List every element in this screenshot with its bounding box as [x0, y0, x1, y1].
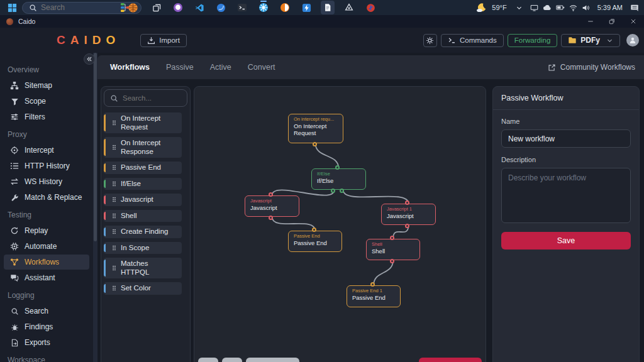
canvas-save-button[interactable]: Save	[419, 358, 482, 362]
red-app-icon[interactable]	[364, 1, 377, 14]
settings-button[interactable]	[423, 34, 437, 47]
node-passive-end[interactable]: Passive EndPassive End	[288, 231, 342, 252]
sidebar-scrollbar[interactable]	[93, 53, 97, 362]
palette-item-matches-httpql[interactable]: Matches HTTPQL	[104, 258, 182, 278]
sidebar-item-automate[interactable]: Automate	[4, 239, 89, 254]
project-selector[interactable]: PDFy	[561, 34, 620, 47]
node-handle-bottom[interactable]	[340, 189, 344, 193]
clock[interactable]: 5:39 AM	[597, 4, 623, 11]
palette-item-on-intercept-request[interactable]: On Intercept Request	[104, 112, 182, 133]
palette-item-shell[interactable]: Shell	[104, 210, 182, 222]
taskbar-search-input[interactable]	[41, 3, 97, 12]
tray-chevron-icon[interactable]	[516, 4, 523, 11]
palette-item-set-color[interactable]: Set Color	[104, 282, 182, 295]
sidebar-item-ws-history[interactable]: WS History	[4, 174, 89, 189]
palette-search-box[interactable]	[104, 89, 187, 107]
edge-e2[interactable]	[272, 190, 335, 195]
sidebar-item-http-history[interactable]: HTTP History	[4, 158, 89, 173]
zoom-in-button[interactable]	[222, 358, 242, 362]
temperature[interactable]: 59°F	[492, 4, 506, 11]
workflow-canvas[interactable]: On intercept requ...On Intercept Request…	[194, 86, 486, 362]
node-on-intercept-request[interactable]: On intercept requ...On Intercept Request	[288, 114, 343, 143]
edge-e1[interactable]	[316, 143, 339, 168]
task-view-icon[interactable]	[150, 1, 164, 14]
node-handle-bottom[interactable]	[405, 224, 409, 228]
palette-item-on-intercept-response[interactable]: On Intercept Response	[104, 137, 182, 158]
battery-icon[interactable]	[556, 3, 565, 12]
sidebar-scrollbar-thumb[interactable]	[94, 53, 97, 241]
grip-icon	[111, 265, 117, 272]
tab-convert[interactable]: Convert	[248, 63, 275, 72]
node-handle-top[interactable]	[390, 236, 394, 240]
node-handle-top[interactable]	[335, 165, 340, 170]
sidebar-collapse-button[interactable]	[84, 53, 95, 65]
node-handle-top[interactable]	[312, 228, 316, 232]
forwarding-button[interactable]: Forwarding	[508, 34, 558, 47]
palette-item-javascript[interactable]: Javascript	[104, 194, 182, 206]
orange-app-icon[interactable]	[278, 1, 292, 14]
sidebar-item-scope[interactable]: Scope	[4, 94, 89, 109]
sidebar-item-filters[interactable]: Filters	[4, 109, 89, 124]
tab-passive[interactable]: Passive	[166, 63, 194, 72]
commands-button[interactable]: Commands	[441, 34, 504, 47]
node-shell[interactable]: ShellShell	[366, 239, 420, 260]
sidebar-item-sitemap[interactable]: Sitemap	[4, 78, 89, 93]
tab-workflows[interactable]: Workflows	[110, 63, 150, 72]
node-javascript[interactable]: JavascriptJavascript	[245, 195, 299, 217]
community-workflows-link[interactable]: Community Workflows	[548, 63, 635, 72]
node-handle-bottom[interactable]	[269, 216, 273, 220]
lightning-app-icon[interactable]	[299, 1, 313, 14]
sidebar-item-assistant[interactable]: Assistant	[4, 270, 89, 285]
zoom-out-button[interactable]	[198, 358, 218, 362]
speaker-icon[interactable]	[582, 3, 590, 12]
start-button[interactable]	[5, 1, 19, 14]
sidebar-item-findings[interactable]: Findings	[4, 319, 89, 334]
edge-e6[interactable]	[374, 260, 393, 285]
import-button[interactable]: Import	[140, 34, 187, 47]
user-avatar[interactable]	[626, 34, 639, 47]
vscode-icon[interactable]	[192, 1, 206, 14]
screen-cast-icon[interactable]	[530, 3, 538, 12]
workflow-name-input[interactable]	[501, 129, 631, 148]
cloud-icon[interactable]	[543, 3, 552, 12]
wifi-icon[interactable]	[569, 3, 577, 12]
blue-sphere-app-icon[interactable]	[214, 1, 228, 14]
node-javascript-1[interactable]: Javascript 1Javascript	[381, 204, 436, 225]
taskbar-search-box[interactable]	[22, 2, 142, 14]
notepad-icon[interactable]	[321, 1, 335, 14]
workflow-description-input[interactable]	[501, 168, 631, 223]
sidebar-item-search[interactable]: Search	[4, 304, 89, 319]
palette-item-passive-end[interactable]: Passive End	[104, 162, 182, 174]
caido-tray-icon[interactable]	[342, 1, 356, 14]
form-save-button[interactable]: Save	[501, 232, 631, 250]
notification-center-icon[interactable]	[630, 3, 639, 12]
terminal-app-icon[interactable]	[235, 1, 249, 14]
sidebar-item-intercept[interactable]: Intercept	[4, 143, 89, 158]
palette-item-in-scope[interactable]: In Scope	[104, 242, 182, 255]
fit-view-button[interactable]: Fit view	[246, 358, 299, 362]
sidebar-item-match-replace[interactable]: Match & Replace	[4, 190, 89, 205]
github-desktop-icon[interactable]	[171, 1, 185, 14]
palette-item-if-else[interactable]: If/Else	[104, 178, 182, 190]
tab-active[interactable]: Active	[210, 63, 231, 72]
node-handle-bottom[interactable]	[390, 259, 394, 263]
minimize-button[interactable]	[580, 15, 601, 28]
node-passive-end-1[interactable]: Passive End 1Passive End	[347, 285, 401, 307]
sidebar-item-replay[interactable]: Replay	[4, 223, 89, 238]
maximize-button[interactable]	[601, 15, 623, 28]
basketball-highlight-icon[interactable]	[128, 3, 138, 13]
weather-icon[interactable]	[476, 3, 487, 13]
sidebar-item-workflows[interactable]: Workflows	[4, 255, 89, 270]
palette-item-create-finding[interactable]: Create Finding	[104, 226, 182, 238]
edge-e3[interactable]	[343, 190, 409, 204]
node-handle-top[interactable]	[269, 192, 273, 197]
palette-search-input[interactable]	[123, 94, 173, 102]
ship-wheel-app-icon[interactable]	[257, 1, 270, 14]
node-handle-bottom[interactable]	[313, 142, 317, 146]
node-handle-top[interactable]	[370, 282, 375, 287]
node-if-else[interactable]: If/ElseIf/Else	[311, 168, 366, 190]
node-handle-top[interactable]	[405, 200, 409, 205]
edge-e4[interactable]	[272, 217, 316, 231]
sidebar-item-exports[interactable]: Exports	[4, 335, 89, 350]
close-button[interactable]	[623, 15, 644, 28]
